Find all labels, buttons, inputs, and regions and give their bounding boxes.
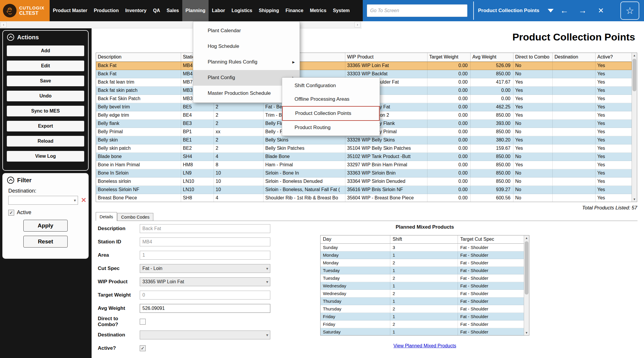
scroll-up-icon[interactable]: ▲ <box>632 53 637 58</box>
destination-select[interactable]: ▾ <box>140 331 270 339</box>
mixed-scrollbar[interactable]: ▲ ▼ <box>524 235 529 335</box>
mixed-row[interactable]: Thursday2Fat - Shoulder <box>321 305 524 313</box>
nav-item-finance[interactable]: Finance <box>282 0 306 21</box>
mixed-row[interactable]: Sunday3Fat - Shoulder <box>321 244 524 251</box>
submenu-item-offline-processing-areas[interactable]: Offline Processing Areas <box>282 92 380 106</box>
collapse-filter-icon[interactable] <box>7 177 14 184</box>
grid-scrollbar[interactable]: ▲ ▼ <box>632 53 637 202</box>
mixed-row[interactable]: Wednesday2Fat - Shoulder <box>321 290 524 297</box>
submenu-item-product-routing[interactable]: Product Routing <box>282 121 380 134</box>
tab-details[interactable]: Details <box>96 212 117 221</box>
grid-cell: 8 <box>214 161 264 169</box>
tab-combo-codes[interactable]: Combo Codes <box>117 213 153 221</box>
nav-item-logistics[interactable]: Logistics <box>228 0 256 21</box>
grid-cell: Yes <box>596 128 632 136</box>
mixed-cell: Sunday <box>321 244 390 251</box>
grid-row[interactable]: Belly skinBE12Belly Skins33328 WIP Belly… <box>96 136 632 144</box>
tab-scroll-left-icon[interactable]: ‹ <box>1 22 6 27</box>
mixed-column-header-day[interactable]: Day <box>321 235 390 243</box>
grid-row[interactable]: Breast Bone PieceSH84Shoulder Rib - 1st … <box>96 194 632 202</box>
scrollbar-thumb[interactable] <box>632 59 636 91</box>
reset-button[interactable]: Reset <box>23 236 68 248</box>
sync-to-mes-button[interactable]: Sync to MES <box>6 105 84 117</box>
scrollbar-thumb[interactable] <box>525 241 528 294</box>
nav-item-metrics[interactable]: Metrics <box>307 0 330 21</box>
mixed-row[interactable]: Tuesday1Fat - Shoulder <box>321 267 524 274</box>
column-header-destination[interactable]: Destination <box>553 53 596 61</box>
column-header-direct-to-combo[interactable]: Direct to Combo <box>513 53 553 61</box>
view-planned-mixed-link[interactable]: View Planned Mixed Products <box>393 343 456 348</box>
mixed-row[interactable]: Monday2Fat - Shoulder <box>321 259 524 267</box>
mixed-row[interactable]: Tuesday2Fat - Shoulder <box>321 274 524 282</box>
active-filter-checkbox[interactable]: ✓ <box>8 210 14 216</box>
grid-row[interactable]: Bone in Ham PrimalHM88Ham - Primal33297 … <box>96 161 632 169</box>
menu-item-plant-calendar[interactable]: Plant Calendar <box>193 23 300 38</box>
grid-row[interactable]: Boneless sirloinLN1010Sirloin - Boneless… <box>96 178 632 186</box>
go-to-screen-input[interactable] <box>367 4 467 17</box>
submenu-item-shift-configuration[interactable]: Shift Configuration <box>282 79 380 92</box>
active-checkbox[interactable]: ✓ <box>140 345 146 351</box>
tab-scroll-right-icon[interactable]: › <box>354 22 360 27</box>
scroll-up-icon[interactable]: ▲ <box>524 235 529 240</box>
grid-row[interactable]: Bone In SirloinLN910Sirloin - Bone In333… <box>96 169 632 178</box>
reload-button[interactable]: Reload <box>6 136 84 147</box>
nav-item-product-master[interactable]: Product Master <box>50 0 90 21</box>
nav-item-shipping[interactable]: Shipping <box>256 0 282 21</box>
close-icon[interactable]: ✕ <box>594 0 607 21</box>
back-arrow-icon[interactable]: ← <box>558 0 571 21</box>
station-id-input[interactable] <box>140 237 270 246</box>
nav-item-inventory[interactable]: Inventory <box>122 0 150 21</box>
column-header-active[interactable]: Active? <box>596 53 632 61</box>
menu-item-planning-rules-config[interactable]: Planning Rules Config▶ <box>193 54 300 70</box>
mixed-column-header-shift[interactable]: Shift <box>390 235 458 243</box>
nav-item-sales[interactable]: Sales <box>163 0 182 21</box>
destination-filter-select[interactable]: ▾ <box>8 196 78 205</box>
clear-filter-icon[interactable]: ✕ <box>81 196 86 204</box>
view-log-button[interactable]: View Log <box>6 151 84 162</box>
nav-item-labor[interactable]: Labor <box>209 0 228 21</box>
mixed-row[interactable]: Friday1Fat - Shoulder <box>321 313 524 320</box>
scroll-down-icon[interactable]: ▼ <box>524 330 529 335</box>
column-header-description[interactable]: Description <box>96 53 181 61</box>
scroll-down-icon[interactable]: ▼ <box>632 197 637 202</box>
mixed-cell: 1 <box>390 267 458 274</box>
save-button[interactable]: Save <box>6 75 84 87</box>
add-button[interactable]: Add <box>6 45 84 56</box>
screen-selector-dropdown[interactable]: Product Collection Points <box>478 0 554 21</box>
wip-product-select[interactable]: 33365 WIP Loin Fat▾ <box>140 277 270 286</box>
nav-item-qa[interactable]: QA <box>150 0 163 21</box>
grid-row[interactable]: Back FatMB433303 WIP Backfat0.00850.00No… <box>96 70 632 78</box>
forward-arrow-icon[interactable]: → <box>576 0 589 21</box>
grid-row[interactable]: Boneless Sirloin NFLN1010Sirloin - Bonel… <box>96 186 632 194</box>
description-input[interactable] <box>140 224 270 233</box>
export-button[interactable]: Export <box>6 121 84 132</box>
apply-button[interactable]: Apply <box>23 220 68 232</box>
column-header-target-weight[interactable]: Target Weight <box>427 53 471 61</box>
undo-button[interactable]: Undo <box>6 90 84 102</box>
avg-weight-input[interactable] <box>140 304 270 313</box>
mixed-row[interactable]: Wednesday1Fat - Shoulder <box>321 282 524 290</box>
mixed-row[interactable]: Thursday1Fat - Shoulder <box>321 297 524 305</box>
favorite-star-button[interactable]: ☆ <box>620 1 639 20</box>
mixed-column-header-target-cut-spec[interactable]: Target Cut Spec <box>458 235 524 243</box>
grid-row[interactable]: Belly skin patchBE22Belly Skin Patches35… <box>96 144 632 153</box>
cut-spec-select[interactable]: Fat - Loin▾ <box>140 264 270 273</box>
grid-row[interactable]: Back FatMB41Fat - Loin33365 WIP Loin Fat… <box>96 62 632 70</box>
column-header-avg-weight[interactable]: Avg Weight <box>471 53 513 61</box>
target-weight-input[interactable] <box>140 291 270 300</box>
nav-item-production[interactable]: Production <box>90 0 122 21</box>
submenu-item-product-collection-points[interactable]: Product Collection Points <box>282 106 380 121</box>
mixed-row[interactable]: Monday1Fat - Shoulder <box>321 251 524 259</box>
grid-cell: 850.00 <box>471 70 513 78</box>
menu-item-hog-schedule[interactable]: Hog Schedule <box>193 38 300 54</box>
mixed-row[interactable]: Friday2Fat - Shoulder <box>321 320 524 328</box>
column-header-wip-product[interactable]: WIP Product <box>345 53 427 61</box>
grid-row[interactable]: Blade boneSH44Blade Bone35102 WIP Tank P… <box>96 153 632 161</box>
direct-to-combo-checkbox[interactable] <box>140 319 146 325</box>
nav-item-planning[interactable]: Planning <box>182 0 209 21</box>
mixed-row[interactable]: Saturday1Fat - Shoulder <box>321 328 524 335</box>
edit-button[interactable]: Edit <box>6 60 84 71</box>
collapse-actions-icon[interactable] <box>7 34 14 41</box>
nav-item-system[interactable]: System <box>330 0 353 21</box>
area-input[interactable] <box>140 251 270 260</box>
